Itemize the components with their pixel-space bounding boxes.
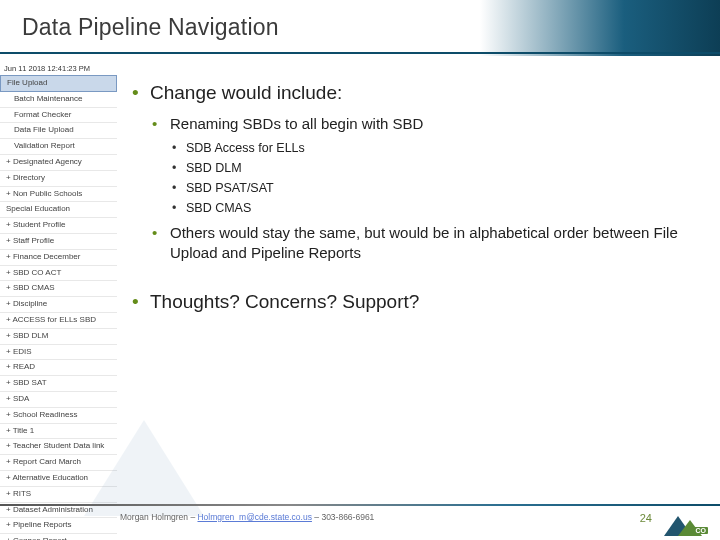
footer-phone: – 303-866-6961 [312, 512, 374, 522]
sidebar-item: + Finance December [0, 250, 117, 266]
sbd-list: SDB Access for ELLsSBD DLMSBD PSAT/SATSB… [170, 140, 700, 217]
cde-logo: CO [664, 508, 710, 536]
bullet-change: Change would include: Renaming SBDs to a… [130, 82, 700, 263]
sidebar-item: + Staff Profile [0, 234, 117, 250]
header-gradient [480, 0, 720, 56]
page-number: 24 [640, 512, 652, 524]
sidebar-item: + Directory [0, 171, 117, 187]
footer-email-link[interactable]: Holmgren_m@cde.state.co.us [197, 512, 311, 522]
sidebar-item: Batch Maintenance [0, 92, 117, 108]
footer-divider [0, 504, 720, 506]
sidebar-item: + SBD SAT [0, 376, 117, 392]
list-item: SBD PSAT/SAT [170, 180, 700, 197]
sidebar-item: + Student Profile [0, 218, 117, 234]
list-item: SBD DLM [170, 160, 700, 177]
slide-header: Data Pipeline Navigation [0, 0, 720, 56]
sidebar-item: + Non Public Schools [0, 187, 117, 203]
header-divider [0, 52, 720, 54]
bullet-text: Renaming SBDs to all begin with SBD [170, 115, 423, 132]
bullet-text: Thoughts? Concerns? Support? [150, 291, 419, 312]
slide-body: Change would include: Renaming SBDs to a… [130, 82, 700, 325]
sidebar-item: + EDIS [0, 345, 117, 361]
bullet-others: Others would stay the same, but would be… [150, 223, 700, 264]
sidebar-item: + Designated Agency [0, 155, 117, 171]
sidebar-item: + SBD DLM [0, 329, 117, 345]
sidebar-item: Special Education [0, 202, 117, 218]
sidebar-item: + READ [0, 360, 117, 376]
sidebar-item: Validation Report [0, 139, 117, 155]
sidebar-item: + SBD CMAS [0, 281, 117, 297]
sidebar-item: + SBD CO ACT [0, 266, 117, 282]
sidebar-item: + SDA [0, 392, 117, 408]
footer-author: Morgan Holmgren – [120, 512, 197, 522]
bullet-thoughts: Thoughts? Concerns? Support? [130, 291, 700, 313]
sidebar-datetime: Jun 11 2018 12:41:23 PM [0, 62, 117, 75]
sidebar-item: Format Checker [0, 108, 117, 124]
list-item: SBD CMAS [170, 200, 700, 217]
sidebar-item: + ACCESS for ELLs SBD [0, 313, 117, 329]
sidebar-item: Data File Upload [0, 123, 117, 139]
sidebar-item: + Discipline [0, 297, 117, 313]
decorative-triangle [84, 420, 204, 516]
bullet-renaming: Renaming SBDs to all begin with SBD SDB … [150, 114, 700, 217]
slide-footer: Morgan Holmgren – Holmgren_m@cde.state.c… [0, 504, 720, 540]
bullet-text: Change would include: [150, 82, 342, 103]
bullet-text: Others would stay the same, but would be… [170, 224, 678, 261]
list-item: SDB Access for ELLs [170, 140, 700, 157]
footer-contact: Morgan Holmgren – Holmgren_m@cde.state.c… [120, 512, 374, 522]
sidebar-item: File Upload [0, 75, 117, 92]
